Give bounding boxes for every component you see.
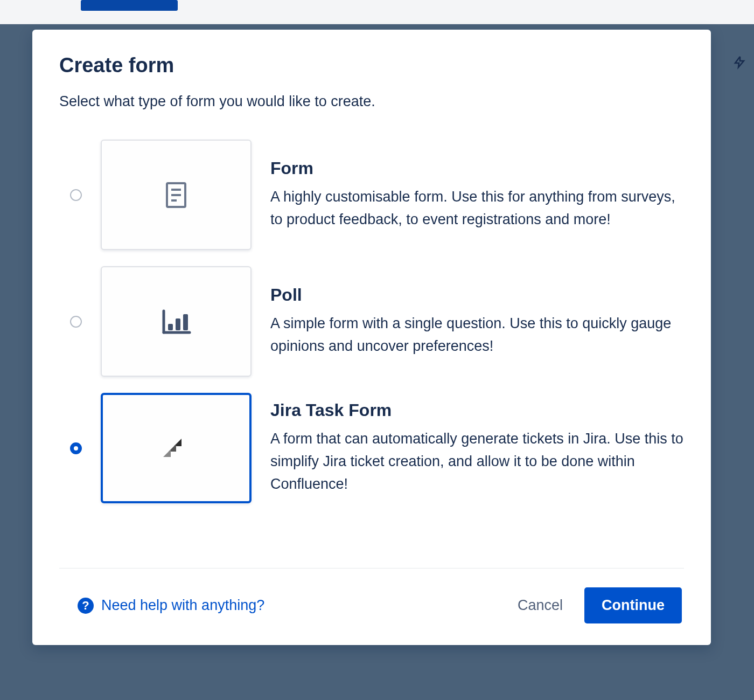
background-nav-pill (81, 0, 178, 11)
option-form[interactable]: Form A highly customisable form. Use thi… (59, 140, 684, 250)
footer-divider (59, 568, 684, 569)
option-desc-jira: A form that can automatically generate t… (270, 428, 684, 496)
option-desc-poll: A simple form with a single question. Us… (270, 313, 684, 358)
footer-actions: Cancel Continue (512, 587, 682, 623)
cancel-button[interactable]: Cancel (512, 591, 568, 620)
lightning-icon (733, 54, 746, 74)
background-topbar (0, 0, 754, 24)
svg-rect-6 (168, 324, 173, 330)
create-form-modal: Create form Select what type of form you… (32, 30, 711, 645)
document-icon (165, 181, 187, 209)
jira-icon (159, 431, 193, 466)
preview-card-jira[interactable] (101, 393, 252, 503)
help-icon: ? (78, 598, 94, 614)
option-title-form: Form (270, 158, 684, 178)
option-jira[interactable]: Jira Task Form A form that can automatic… (59, 393, 684, 503)
option-title-jira: Jira Task Form (270, 400, 684, 420)
preview-card-form[interactable] (101, 140, 252, 250)
help-link[interactable]: ? Need help with anything? (61, 597, 264, 614)
radio-jira[interactable] (70, 442, 82, 454)
modal-title: Create form (59, 54, 684, 77)
svg-rect-8 (183, 314, 188, 330)
option-desc-form: A highly customisable form. Use this for… (270, 186, 684, 231)
modal-subtitle: Select what type of form you would like … (59, 93, 684, 110)
bar-chart-icon (160, 309, 192, 335)
option-text-form: Form A highly customisable form. Use thi… (270, 158, 684, 231)
option-title-poll: Poll (270, 285, 684, 305)
option-text-jira: Jira Task Form A form that can automatic… (270, 400, 684, 496)
svg-rect-7 (176, 318, 180, 330)
continue-button[interactable]: Continue (584, 587, 682, 623)
form-type-options: Form A highly customisable form. Use thi… (59, 140, 684, 503)
option-poll[interactable]: Poll A simple form with a single questio… (59, 266, 684, 377)
help-link-label: Need help with anything? (101, 597, 264, 614)
option-text-poll: Poll A simple form with a single questio… (270, 285, 684, 358)
modal-footer: ? Need help with anything? Cancel Contin… (59, 587, 684, 623)
radio-poll[interactable] (70, 316, 82, 328)
radio-form[interactable] (70, 189, 82, 201)
preview-card-poll[interactable] (101, 266, 252, 377)
